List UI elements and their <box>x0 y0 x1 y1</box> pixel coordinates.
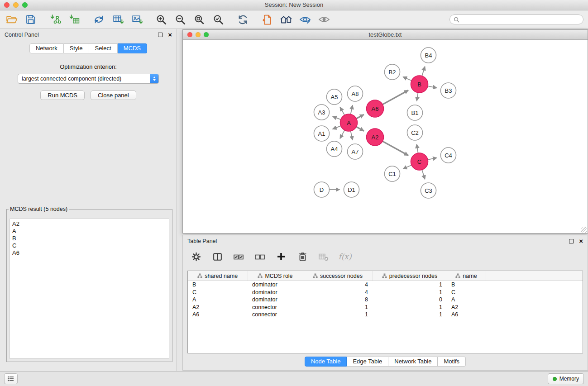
delete-button[interactable] <box>296 251 308 262</box>
network-node-C1[interactable]: C1 <box>385 166 400 181</box>
home-button[interactable] <box>279 13 293 26</box>
network-edge-B-B2[interactable] <box>403 77 411 81</box>
table-row[interactable]: Cdominator41C <box>188 289 583 296</box>
table-float-panel-icon[interactable] <box>569 239 574 243</box>
network-node-A5[interactable]: A5 <box>327 89 342 105</box>
cell-predecessor-nodes[interactable]: 1 <box>373 304 447 311</box>
network-node-A1[interactable]: A1 <box>314 126 330 141</box>
cell-successor-nodes[interactable]: 8 <box>303 296 373 304</box>
search-input[interactable] <box>462 16 579 23</box>
network-arrows-button[interactable] <box>91 13 106 26</box>
network-node-A4[interactable]: A4 <box>327 141 342 157</box>
zoom-out-button[interactable] <box>173 13 187 26</box>
network-zoom-button[interactable] <box>204 32 209 37</box>
zoom-window-button[interactable] <box>22 2 28 8</box>
cell-predecessor-nodes[interactable]: 1 <box>373 311 447 319</box>
node-table[interactable]: shared nameMCDS rolesuccessor nodesprede… <box>187 271 583 353</box>
network-node-B3[interactable]: B3 <box>441 83 456 98</box>
export-image-button[interactable] <box>129 13 144 26</box>
cell-shared-name[interactable]: B <box>188 281 248 289</box>
open-file-button[interactable] <box>5 13 19 26</box>
float-panel-icon[interactable] <box>158 33 163 37</box>
eye-button[interactable] <box>317 13 331 26</box>
network-edge-C-C3[interactable] <box>422 170 425 179</box>
select-all-button[interactable] <box>233 251 244 262</box>
network-close-button[interactable] <box>187 32 192 37</box>
tab-mcds[interactable]: MCDS <box>118 43 147 53</box>
memory-button[interactable]: Memory <box>548 373 584 384</box>
new-network-table-button[interactable] <box>110 13 125 26</box>
table-close-panel-icon[interactable]: × <box>579 239 583 243</box>
network-node-A3[interactable]: A3 <box>314 105 330 120</box>
table-row[interactable]: A2connector11A2 <box>188 304 583 311</box>
save-session-button[interactable] <box>24 13 38 26</box>
tab-motifs[interactable]: Motifs <box>438 357 466 367</box>
network-edge-C-C4[interactable] <box>428 158 437 160</box>
tab-edge-table[interactable]: Edge Table <box>347 357 388 367</box>
table-row[interactable]: Bdominator41B <box>188 281 583 289</box>
cell-predecessor-nodes[interactable]: 0 <box>373 296 447 304</box>
cell-name[interactable]: A6 <box>447 311 486 319</box>
network-node-A7[interactable]: A7 <box>348 144 363 159</box>
network-node-A8[interactable]: A8 <box>348 86 363 101</box>
cell-predecessor-nodes[interactable]: 1 <box>373 289 447 296</box>
network-node-D1[interactable]: D1 <box>344 182 359 197</box>
cell-shared-name[interactable]: A2 <box>188 304 248 311</box>
network-node-A2[interactable]: A2 <box>367 129 384 146</box>
cell-successor-nodes[interactable]: 1 <box>303 311 373 319</box>
tab-select[interactable]: Select <box>89 43 118 53</box>
network-edge-B-B1[interactable] <box>417 93 418 101</box>
zoom-selected-button[interactable] <box>211 13 225 26</box>
network-edge-A-A1[interactable] <box>333 126 341 129</box>
cell-mcds-role[interactable]: connector <box>248 304 303 311</box>
mcds-result-item[interactable]: A <box>12 228 167 235</box>
column-header-shared-name[interactable]: shared name <box>188 271 248 281</box>
refresh-button[interactable] <box>235 13 250 26</box>
network-canvas[interactable]: B4B2BB3A8A5A6B1A3AC2A1A2A4A7C4CC1C3DD1 <box>183 40 588 233</box>
network-edge-B-B3[interactable] <box>428 86 437 88</box>
cell-name[interactable]: A2 <box>447 304 486 311</box>
network-node-B1[interactable]: B1 <box>407 105 423 120</box>
task-history-button[interactable] <box>4 373 18 384</box>
network-node-C4[interactable]: C4 <box>441 148 456 163</box>
network-node-A[interactable]: A <box>340 114 358 131</box>
network-node-B4[interactable]: B4 <box>421 48 436 63</box>
mcds-result-item[interactable]: A2 <box>12 220 167 228</box>
network-minimize-button[interactable] <box>196 32 201 37</box>
network-edge-A-A7[interactable] <box>351 131 353 140</box>
close-panel-button[interactable]: Close panel <box>91 91 136 100</box>
network-node-B[interactable]: B <box>411 76 428 93</box>
cell-predecessor-nodes[interactable]: 1 <box>373 281 447 289</box>
cell-shared-name[interactable]: C <box>188 289 248 296</box>
resize-grip[interactable] <box>581 227 587 233</box>
close-window-button[interactable] <box>4 2 10 8</box>
zoom-fit-button[interactable] <box>192 13 206 26</box>
run-mcds-button[interactable]: Run MCDS <box>40 91 85 100</box>
column-header-mcds-role[interactable]: MCDS role <box>248 271 303 281</box>
network-node-C2[interactable]: C2 <box>407 125 423 140</box>
network-edge-A-A2[interactable] <box>356 127 364 131</box>
zoom-in-button[interactable] <box>154 13 168 26</box>
network-edge-A-A3[interactable] <box>333 116 341 119</box>
network-edge-B-B4[interactable] <box>422 67 425 76</box>
cell-mcds-role[interactable]: dominator <box>248 296 303 304</box>
network-node-C[interactable]: C <box>411 153 428 170</box>
mcds-result-list[interactable]: A2ABCA6 <box>10 219 169 359</box>
network-edge-A-A4[interactable] <box>340 130 344 139</box>
cell-mcds-role[interactable]: dominator <box>248 281 303 289</box>
criterion-dropdown[interactable]: largest connected component (directed) <box>18 74 159 84</box>
cell-name[interactable]: C <box>447 289 486 296</box>
tab-style[interactable]: Style <box>64 43 89 53</box>
network-edge-C-C1[interactable] <box>403 165 411 169</box>
import-table-button[interactable] <box>67 13 81 26</box>
table-settings-button[interactable] <box>190 251 202 262</box>
network-node-A6[interactable]: A6 <box>367 100 384 117</box>
column-header-name[interactable]: name <box>447 271 486 281</box>
mcds-result-item[interactable]: A6 <box>12 249 167 257</box>
table-row[interactable]: Adominator80A <box>188 296 583 304</box>
mcds-result-item[interactable]: C <box>12 242 167 249</box>
mcds-result-item[interactable]: B <box>12 235 167 242</box>
close-panel-icon[interactable]: × <box>168 33 172 37</box>
network-edge-A-A8[interactable] <box>351 105 353 114</box>
network-node-B2[interactable]: B2 <box>385 64 400 80</box>
